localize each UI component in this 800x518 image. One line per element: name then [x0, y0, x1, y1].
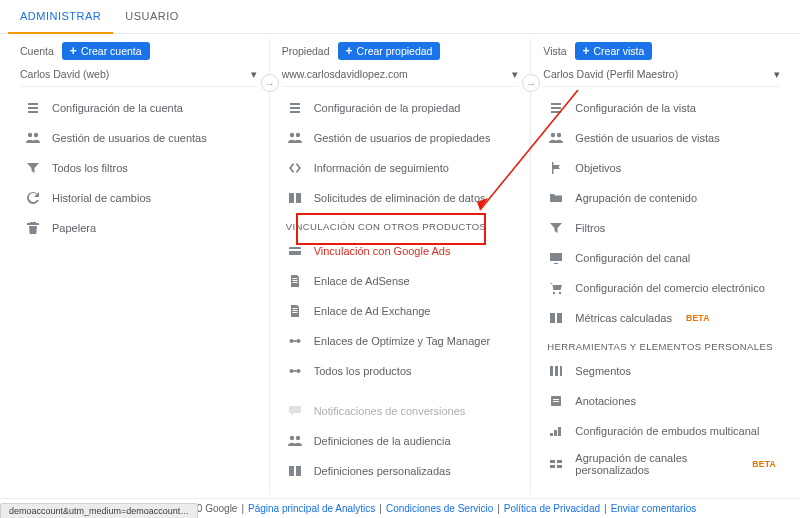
browser-tab-stub[interactable]: demoaccount&utm_medium=demoaccount…: [0, 503, 198, 518]
settings-icon: [286, 99, 304, 117]
property-head-label: Propiedad: [282, 45, 330, 57]
columns-icon: [286, 189, 304, 207]
doc-icon: [286, 272, 304, 290]
collapse-property-button[interactable]: →: [261, 74, 279, 92]
group-icon: [547, 455, 565, 473]
chevron-down-icon: ▾: [251, 68, 257, 80]
personal-tools-header: HERRAMIENTAS Y ELEMENTOS PERSONALES: [543, 333, 780, 356]
link-optimize-tagmanager[interactable]: Enlaces de Optimize y Tag Manager: [282, 326, 519, 356]
columns-icon: [547, 309, 565, 327]
filter-icon: [24, 159, 42, 177]
view-settings[interactable]: Configuración de la vista: [543, 93, 780, 123]
channel-icon: [547, 249, 565, 267]
note-icon: [547, 392, 565, 410]
column-view: → Vista + Crear vista Carlos David (Perf…: [530, 38, 792, 494]
view-segments[interactable]: Segmentos: [543, 356, 780, 386]
chevron-down-icon: ▾: [774, 68, 780, 80]
collapse-view-button[interactable]: →: [522, 74, 540, 92]
link-ad-exchange[interactable]: Enlace de Ad Exchange: [282, 296, 519, 326]
users-icon: [286, 129, 304, 147]
view-ecommerce-settings[interactable]: Configuración del comercio electrónico: [543, 273, 780, 303]
view-content-grouping[interactable]: Agrupación de contenido: [543, 183, 780, 213]
users-icon: [547, 129, 565, 147]
folder-icon: [547, 189, 565, 207]
view-calculated-metrics[interactable]: Métricas calculadasBETA: [543, 303, 780, 333]
trash-icon: [24, 219, 42, 237]
view-goals[interactable]: Objetivos: [543, 153, 780, 183]
tab-admin[interactable]: ADMINISTRAR: [8, 0, 113, 33]
account-settings[interactable]: Configuración de la cuenta: [20, 93, 257, 123]
settings-icon: [24, 99, 42, 117]
history-icon: [24, 189, 42, 207]
account-head-label: Cuenta: [20, 45, 54, 57]
property-settings[interactable]: Configuración de la propiedad: [282, 93, 519, 123]
view-custom-channel-grouping[interactable]: Agrupación de canales personalizadosBETA: [543, 446, 780, 482]
settings-icon: [547, 99, 565, 117]
plus-icon: +: [346, 45, 353, 57]
beta-badge: BETA: [752, 459, 776, 469]
link-icon: [286, 332, 304, 350]
flag-icon: [547, 159, 565, 177]
columns-icon: [286, 462, 304, 480]
link-adsense[interactable]: Enlace de AdSense: [282, 266, 519, 296]
account-all-filters[interactable]: Todos los filtros: [20, 153, 257, 183]
users-icon: [286, 432, 304, 450]
column-property: → Propiedad + Crear propiedad www.carlos…: [269, 38, 531, 494]
create-property-button[interactable]: + Crear propiedad: [338, 42, 441, 60]
property-custom-definitions[interactable]: Definiciones personalizadas: [282, 456, 519, 486]
beta-badge: BETA: [686, 313, 710, 323]
account-user-management[interactable]: Gestión de usuarios de cuentas: [20, 123, 257, 153]
footer-link-tos[interactable]: Condiciones de Servicio: [386, 503, 493, 514]
view-annotations[interactable]: Anotaciones: [543, 386, 780, 416]
segments-icon: [547, 362, 565, 380]
view-selector[interactable]: Carlos David (Perfil Maestro) ▾: [543, 64, 780, 87]
filter-icon: [547, 219, 565, 237]
chevron-down-icon: ▾: [512, 68, 518, 80]
property-data-deletion[interactable]: Solicitudes de eliminación de datos: [282, 183, 519, 213]
view-filters[interactable]: Filtros: [543, 213, 780, 243]
users-icon: [24, 129, 42, 147]
account-selector[interactable]: Carlos David (web) ▾: [20, 64, 257, 87]
column-account: Cuenta + Crear cuenta Carlos David (web)…: [8, 38, 269, 494]
view-head-label: Vista: [543, 45, 566, 57]
footer-link-feedback[interactable]: Enviar comentarios: [611, 503, 697, 514]
card-icon: [286, 242, 304, 260]
account-change-history[interactable]: Historial de cambios: [20, 183, 257, 213]
view-channel-settings[interactable]: Configuración del canal: [543, 243, 780, 273]
speech-icon: [286, 402, 304, 420]
property-selector[interactable]: www.carlosdavidlopez.com ▾: [282, 64, 519, 87]
plus-icon: +: [583, 45, 590, 57]
view-multichannel-funnels[interactable]: Configuración de embudos multicanal: [543, 416, 780, 446]
code-icon: [286, 159, 304, 177]
product-linking-header: VINCULACIÓN CON OTROS PRODUCTOS: [282, 213, 519, 236]
property-tracking-info[interactable]: Información de seguimiento: [282, 153, 519, 183]
property-conversion-notifications[interactable]: Notificaciones de conversiones: [282, 396, 519, 426]
view-user-management[interactable]: Gestión de usuarios de vistas: [543, 123, 780, 153]
property-user-management[interactable]: Gestión de usuarios de propiedades: [282, 123, 519, 153]
footer-link-analytics-home[interactable]: Página principal de Analytics: [248, 503, 375, 514]
doc-icon: [286, 302, 304, 320]
create-account-button[interactable]: + Crear cuenta: [62, 42, 150, 60]
link-all-products[interactable]: Todos los productos: [282, 356, 519, 386]
property-audience-definitions[interactable]: Definiciones de la audiencia: [282, 426, 519, 456]
link-icon: [286, 362, 304, 380]
footer-link-privacy[interactable]: Política de Privacidad: [504, 503, 600, 514]
account-trash[interactable]: Papelera: [20, 213, 257, 243]
create-view-button[interactable]: + Crear vista: [575, 42, 653, 60]
link-google-ads[interactable]: Vinculación con Google Ads: [282, 236, 519, 266]
tab-user[interactable]: USUARIO: [113, 0, 191, 33]
plus-icon: +: [70, 45, 77, 57]
funnel-icon: [547, 422, 565, 440]
cart-icon: [547, 279, 565, 297]
